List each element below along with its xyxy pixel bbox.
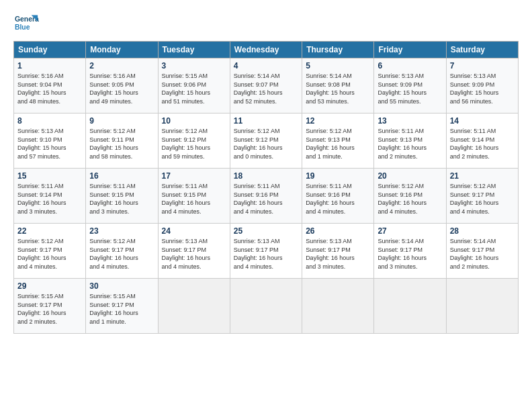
header-cell-saturday: Saturday xyxy=(446,42,518,58)
cell-info: Sunrise: 5:13 AMSunset: 9:10 PMDaylight:… xyxy=(17,128,66,160)
week-row-3: 15Sunrise: 5:11 AMSunset: 9:14 PMDayligh… xyxy=(14,169,519,224)
header-cell-friday: Friday xyxy=(374,42,446,58)
day-number: 17 xyxy=(162,171,226,181)
day-number: 16 xyxy=(89,171,154,181)
day-number: 19 xyxy=(306,171,370,181)
calendar-cell: 22Sunrise: 5:12 AMSunset: 9:17 PMDayligh… xyxy=(14,224,86,279)
cell-info: Sunrise: 5:11 AMSunset: 9:15 PMDaylight:… xyxy=(162,183,211,215)
day-number: 20 xyxy=(378,171,442,181)
cell-info: Sunrise: 5:14 AMSunset: 9:08 PMDaylight:… xyxy=(306,73,355,105)
cell-info: Sunrise: 5:12 AMSunset: 9:17 PMDaylight:… xyxy=(17,238,66,270)
cell-info: Sunrise: 5:11 AMSunset: 9:16 PMDaylight:… xyxy=(306,183,355,215)
cell-info: Sunrise: 5:13 AMSunset: 9:09 PMDaylight:… xyxy=(450,73,499,105)
calendar-cell: 8Sunrise: 5:13 AMSunset: 9:10 PMDaylight… xyxy=(14,113,86,169)
calendar-cell xyxy=(446,279,518,334)
header: General Blue xyxy=(13,10,519,36)
cell-info: Sunrise: 5:14 AMSunset: 9:17 PMDaylight:… xyxy=(378,238,427,270)
calendar-cell: 21Sunrise: 5:12 AMSunset: 9:17 PMDayligh… xyxy=(446,169,518,224)
page: General Blue SundayMondayTuesdayWednesda… xyxy=(0,0,532,411)
day-number: 12 xyxy=(306,116,370,126)
day-number: 22 xyxy=(17,226,82,236)
day-number: 26 xyxy=(306,226,370,236)
header-row: SundayMondayTuesdayWednesdayThursdayFrid… xyxy=(14,42,519,58)
calendar-cell: 1Sunrise: 5:16 AMSunset: 9:04 PMDaylight… xyxy=(14,58,86,113)
day-number: 29 xyxy=(17,281,82,291)
calendar-cell: 13Sunrise: 5:11 AMSunset: 9:13 PMDayligh… xyxy=(374,113,446,169)
day-number: 2 xyxy=(89,61,154,71)
week-row-5: 29Sunrise: 5:15 AMSunset: 9:17 PMDayligh… xyxy=(14,279,519,334)
calendar-cell xyxy=(374,279,446,334)
calendar-cell xyxy=(158,279,230,334)
day-number: 30 xyxy=(89,281,154,291)
day-number: 7 xyxy=(450,61,515,71)
day-number: 23 xyxy=(89,226,154,236)
header-cell-monday: Monday xyxy=(86,42,158,58)
day-number: 14 xyxy=(450,116,515,126)
calendar-cell: 23Sunrise: 5:12 AMSunset: 9:17 PMDayligh… xyxy=(86,224,158,279)
cell-info: Sunrise: 5:11 AMSunset: 9:14 PMDaylight:… xyxy=(17,183,66,215)
day-number: 21 xyxy=(450,171,515,181)
day-number: 28 xyxy=(450,226,515,236)
calendar-cell: 7Sunrise: 5:13 AMSunset: 9:09 PMDaylight… xyxy=(446,58,518,113)
cell-info: Sunrise: 5:13 AMSunset: 9:17 PMDaylight:… xyxy=(306,238,355,270)
svg-text:Blue: Blue xyxy=(15,24,30,31)
header-cell-sunday: Sunday xyxy=(14,42,86,58)
calendar-cell: 2Sunrise: 5:16 AMSunset: 9:05 PMDaylight… xyxy=(86,58,158,113)
calendar-cell: 26Sunrise: 5:13 AMSunset: 9:17 PMDayligh… xyxy=(302,224,374,279)
day-number: 3 xyxy=(162,61,226,71)
cell-info: Sunrise: 5:13 AMSunset: 9:17 PMDaylight:… xyxy=(162,238,211,270)
cell-info: Sunrise: 5:12 AMSunset: 9:12 PMDaylight:… xyxy=(162,128,211,160)
cell-info: Sunrise: 5:11 AMSunset: 9:14 PMDaylight:… xyxy=(450,128,499,160)
calendar-cell: 20Sunrise: 5:12 AMSunset: 9:16 PMDayligh… xyxy=(374,169,446,224)
cell-info: Sunrise: 5:15 AMSunset: 9:17 PMDaylight:… xyxy=(89,293,138,325)
cell-info: Sunrise: 5:11 AMSunset: 9:16 PMDaylight:… xyxy=(234,183,283,215)
cell-info: Sunrise: 5:16 AMSunset: 9:04 PMDaylight:… xyxy=(17,73,66,105)
cell-info: Sunrise: 5:15 AMSunset: 9:06 PMDaylight:… xyxy=(162,73,211,105)
cell-info: Sunrise: 5:16 AMSunset: 9:05 PMDaylight:… xyxy=(89,73,138,105)
cell-info: Sunrise: 5:12 AMSunset: 9:13 PMDaylight:… xyxy=(306,128,355,160)
calendar-cell: 29Sunrise: 5:15 AMSunset: 9:17 PMDayligh… xyxy=(14,279,86,334)
calendar-cell: 16Sunrise: 5:11 AMSunset: 9:15 PMDayligh… xyxy=(86,169,158,224)
day-number: 24 xyxy=(162,226,226,236)
calendar-cell: 15Sunrise: 5:11 AMSunset: 9:14 PMDayligh… xyxy=(14,169,86,224)
day-number: 27 xyxy=(378,226,442,236)
header-cell-thursday: Thursday xyxy=(302,42,374,58)
calendar-cell: 27Sunrise: 5:14 AMSunset: 9:17 PMDayligh… xyxy=(374,224,446,279)
day-number: 13 xyxy=(378,116,442,126)
calendar-cell: 24Sunrise: 5:13 AMSunset: 9:17 PMDayligh… xyxy=(158,224,230,279)
header-cell-tuesday: Tuesday xyxy=(158,42,230,58)
day-number: 18 xyxy=(234,171,298,181)
cell-info: Sunrise: 5:12 AMSunset: 9:17 PMDaylight:… xyxy=(450,183,499,215)
week-row-2: 8Sunrise: 5:13 AMSunset: 9:10 PMDaylight… xyxy=(14,113,519,169)
day-number: 4 xyxy=(234,61,298,71)
week-row-1: 1Sunrise: 5:16 AMSunset: 9:04 PMDaylight… xyxy=(14,58,519,113)
day-number: 8 xyxy=(17,116,82,126)
logo-icon: General Blue xyxy=(13,10,39,36)
calendar-cell xyxy=(302,279,374,334)
calendar-cell: 12Sunrise: 5:12 AMSunset: 9:13 PMDayligh… xyxy=(302,113,374,169)
cell-info: Sunrise: 5:11 AMSunset: 9:15 PMDaylight:… xyxy=(89,183,138,215)
calendar-cell: 4Sunrise: 5:14 AMSunset: 9:07 PMDaylight… xyxy=(230,58,302,113)
day-number: 1 xyxy=(17,61,82,71)
cell-info: Sunrise: 5:12 AMSunset: 9:11 PMDaylight:… xyxy=(89,128,138,160)
day-number: 5 xyxy=(306,61,370,71)
day-number: 15 xyxy=(17,171,82,181)
calendar-cell: 18Sunrise: 5:11 AMSunset: 9:16 PMDayligh… xyxy=(230,169,302,224)
day-number: 11 xyxy=(234,116,298,126)
header-cell-wednesday: Wednesday xyxy=(230,42,302,58)
calendar-cell: 19Sunrise: 5:11 AMSunset: 9:16 PMDayligh… xyxy=(302,169,374,224)
calendar-cell: 17Sunrise: 5:11 AMSunset: 9:15 PMDayligh… xyxy=(158,169,230,224)
cell-info: Sunrise: 5:12 AMSunset: 9:16 PMDaylight:… xyxy=(378,183,427,215)
calendar-cell: 6Sunrise: 5:13 AMSunset: 9:09 PMDaylight… xyxy=(374,58,446,113)
cell-info: Sunrise: 5:13 AMSunset: 9:17 PMDaylight:… xyxy=(234,238,283,270)
day-number: 6 xyxy=(378,61,442,71)
day-number: 9 xyxy=(89,116,154,126)
cell-info: Sunrise: 5:12 AMSunset: 9:12 PMDaylight:… xyxy=(234,128,283,160)
cell-info: Sunrise: 5:15 AMSunset: 9:17 PMDaylight:… xyxy=(17,293,66,325)
calendar-cell: 28Sunrise: 5:14 AMSunset: 9:17 PMDayligh… xyxy=(446,224,518,279)
calendar-cell: 10Sunrise: 5:12 AMSunset: 9:12 PMDayligh… xyxy=(158,113,230,169)
cell-info: Sunrise: 5:14 AMSunset: 9:07 PMDaylight:… xyxy=(234,73,283,105)
calendar-cell: 25Sunrise: 5:13 AMSunset: 9:17 PMDayligh… xyxy=(230,224,302,279)
calendar-cell: 5Sunrise: 5:14 AMSunset: 9:08 PMDaylight… xyxy=(302,58,374,113)
cell-info: Sunrise: 5:12 AMSunset: 9:17 PMDaylight:… xyxy=(89,238,138,270)
